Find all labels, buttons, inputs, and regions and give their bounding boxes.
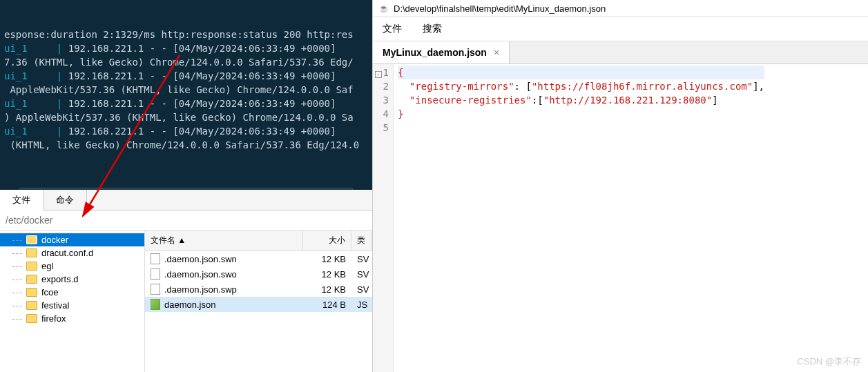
code-line[interactable]: "insecure-registries":["http://192.168.2… [398,93,764,107]
folder-icon [26,288,37,297]
file-type: SV [351,284,372,295]
file-row[interactable]: daemon.json124 BJS [145,297,372,312]
window-title: D:\develop\finalshell\temp\edit\MyLinux_… [394,3,606,14]
terminal-line: ) AppleWebKit/537.36 (KHTML, like Gecko)… [4,110,368,124]
terminal-output: esponse:duration 2:1329/ms http:response… [0,0,372,190]
tree-item-label: egl [41,261,53,271]
file-row[interactable]: .daemon.json.swo12 KBSV [145,266,372,282]
tree-item-label: exports.d [41,274,78,284]
code-line[interactable]: } [398,107,764,121]
terminal-line: ui_1 | 192.168.221.1 - - [04/May/2024:06… [4,69,368,83]
folder-icon [26,314,37,323]
file-size: 12 KB [303,254,351,264]
folder-icon [26,235,37,244]
file-type: SV [351,254,372,264]
terminal-line: AppleWebKit/537.36 (KHTML, like Gecko) C… [4,83,368,97]
tab-file[interactable]: 文件 [0,190,44,211]
file-icon [151,253,160,264]
folder-icon [26,262,37,271]
terminal-line: ui_1 | 192.168.221.1 - - [04/May/2024:06… [4,124,368,138]
terminal-line: 7.36 (KHTML, like Gecko) Chrome/124.0.0.… [4,55,368,69]
file-size: 12 KB [303,284,351,295]
file-list-header[interactable]: 文件名 ▲ 大小 类 [145,231,372,251]
tree-item-label: docker [41,235,68,245]
terminal-line: ui_1 | 192.168.221.1 - - [04/May/2024:06… [4,41,368,55]
file-icon [151,284,160,295]
file-size: 124 B [303,300,351,310]
tree-item-label: fcoe [41,287,59,297]
tree-item-label: festival [41,300,69,311]
tree-item[interactable]: fcoe [0,286,144,299]
file-icon [151,268,160,280]
tree-item[interactable]: festival [0,299,144,312]
window-title-bar: ☕ D:\develop\finalshell\temp\edit\MyLinu… [373,0,868,17]
menu-bar: 文件 搜索 [373,17,868,41]
file-icon [151,299,160,310]
tree-item[interactable]: dracut.conf.d [0,246,144,260]
fold-icon[interactable]: - [375,71,382,78]
folder-icon [26,248,37,257]
terminal-line: ui_1 | 192.168.221.1 - - [04/May/2024:06… [4,97,368,110]
code-editor[interactable]: -12345 { "registry-mirrors": ["https://f… [373,64,868,372]
java-icon: ☕ [378,3,389,14]
path-bar[interactable]: /etc/docker [0,211,372,231]
tree-item[interactable]: exports.d [0,273,144,286]
col-header-size[interactable]: 大小 [303,231,351,251]
editor-tab-active[interactable]: MyLinux_daemon.json × [373,41,510,63]
line-gutter: -12345 [373,64,394,372]
folder-icon [26,275,37,284]
menu-search[interactable]: 搜索 [423,23,442,35]
folder-tree[interactable]: dockerdracut.conf.deglexports.dfcoefesti… [0,231,145,372]
file-name: .daemon.json.swp [164,284,237,295]
tree-item[interactable]: egl [0,260,144,273]
file-type: SV [351,269,372,280]
tree-item-label: firefox [41,313,66,324]
code-line[interactable]: { [398,66,764,79]
editor-tab-label: MyLinux_daemon.json [383,47,487,58]
file-type: JS [351,300,372,310]
tab-command[interactable]: 命令 [44,190,87,210]
tree-item[interactable]: docker [0,233,144,246]
terminal-line: esponse:duration 2:1329/ms http:response… [4,28,368,41]
bottom-tabs: 文件 命令 [0,190,372,211]
file-area: dockerdracut.conf.deglexports.dfcoefesti… [0,231,372,372]
watermark: CSDN @李不存 [797,355,861,368]
code-line[interactable]: "registry-mirrors": ["https://fl08jh6f.m… [398,79,764,93]
col-header-type[interactable]: 类 [351,231,372,251]
command-input[interactable]: 命令输入 (按ALT键提示历史,TAB键路径,ESC键返回,双击C [19,188,354,190]
tree-item-label: dracut.conf.d [41,248,93,258]
file-size: 12 KB [303,269,351,280]
terminal-line: (KHTML, like Gecko) Chrome/124.0.0.0 Saf… [4,138,368,152]
file-name: .daemon.json.swo [164,269,237,280]
code-content[interactable]: { "registry-mirrors": ["https://fl08jh6f… [394,64,769,372]
menu-file[interactable]: 文件 [383,23,402,35]
file-name: .daemon.json.swn [164,254,237,264]
col-header-name[interactable]: 文件名 ▲ [145,231,303,251]
file-list[interactable]: 文件名 ▲ 大小 类 .daemon.json.swn12 KBSV.daemo… [145,231,372,372]
close-icon[interactable]: × [494,47,499,58]
file-row[interactable]: .daemon.json.swn12 KBSV [145,251,372,266]
folder-icon [26,301,37,310]
editor-tabs: MyLinux_daemon.json × [373,41,868,64]
code-line[interactable] [398,121,764,135]
tree-item[interactable]: firefox [0,312,144,325]
file-name: daemon.json [164,300,215,310]
file-row[interactable]: .daemon.json.swp12 KBSV [145,282,372,297]
